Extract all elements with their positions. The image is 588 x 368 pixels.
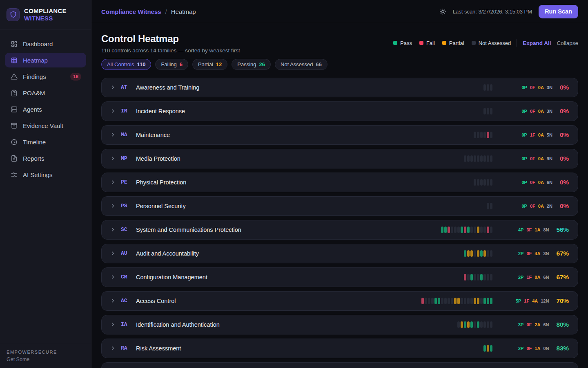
page-header: Control Heatmap 110 controls across 14 f… (101, 33, 578, 54)
chevron-right-icon[interactable] (110, 298, 116, 304)
expand-all-link[interactable]: Expand All (523, 40, 551, 46)
heatmap-cell-not-assessed (483, 155, 486, 162)
family-percent: 83% (556, 345, 569, 352)
family-row-pe[interactable]: PE Physical Protection 0P0F0A6N 0% (101, 173, 578, 192)
family-percent: 80% (556, 321, 569, 328)
brand-name-line2: WITNESS (24, 15, 67, 21)
sidebar-nav: Dashboard Heatmap Findings 18 POA&M Agen… (0, 29, 91, 191)
legend-swatch (393, 41, 397, 45)
chevron-right-icon[interactable] (110, 321, 116, 328)
breadcrumb-root[interactable]: Compliance Witness (101, 8, 161, 15)
collapse-link[interactable]: Collapse (557, 40, 578, 46)
family-stat-zone: 0P0F0A6N 0% (492, 179, 569, 186)
filter-chip-passing[interactable]: Passing 26 (232, 59, 271, 70)
heatmap-cell-not-assessed (467, 274, 470, 280)
topbar: Compliance Witness / Heatmap Last scan: … (91, 0, 588, 23)
heatmap-cell-not-assessed (444, 298, 447, 304)
family-stats: 4P3F1A8N (518, 227, 549, 232)
chevron-right-icon[interactable] (110, 250, 116, 256)
brand-name-line1: COMPLIANCE (24, 8, 67, 14)
chevron-right-icon[interactable] (110, 108, 116, 114)
chevron-right-icon[interactable] (110, 155, 116, 162)
breadcrumb-page: Heatmap (171, 8, 196, 15)
legend-swatch (472, 41, 476, 45)
filter-chip-count: 26 (259, 61, 265, 67)
family-row-right: 0P0F0A6N 0% (474, 179, 569, 186)
family-row-ma[interactable]: MA Maintenance 0P1F0A5N 0% (101, 125, 578, 145)
stat-p: 0P (521, 132, 527, 137)
family-percent: 67% (556, 250, 569, 257)
stat-f: 0F (526, 346, 532, 351)
filter-chip-all-controls[interactable]: All Controls 110 (101, 59, 151, 70)
page-title: Control Heatmap (101, 33, 240, 45)
family-row-ps[interactable]: PS Personnel Security 0P0F0A2N 0% (101, 196, 578, 216)
content: Control Heatmap 110 controls across 14 f… (91, 23, 588, 368)
family-stats: 0P0F0A9N (521, 156, 552, 161)
legend-item: Not Assessed (472, 40, 511, 46)
heatmap-cell-not-assessed (474, 321, 476, 328)
family-row-ia[interactable]: IA Identification and Authentication 3P0… (101, 315, 578, 334)
family-percent: 67% (556, 274, 569, 281)
family-row-ra[interactable]: RA Risk Assessment 2P0F1A0N 83% (101, 339, 578, 358)
family-row-ir[interactable]: IR Incident Response 0P0F0A3N 0% (101, 101, 578, 121)
sidebar-item-label: POA&M (23, 90, 45, 96)
heatmap-cell-fail (487, 227, 489, 233)
run-scan-button[interactable]: Run Scan (539, 5, 578, 18)
filter-chip-count: 6 (180, 61, 183, 67)
sidebar-item-heatmap[interactable]: Heatmap (5, 53, 86, 67)
heatmap-cell-not-assessed (480, 155, 483, 162)
stat-f: 0F (530, 156, 535, 161)
family-row-right: 0P1F0A5N 0% (474, 131, 569, 139)
family-row-au[interactable]: AU Audit and Accountability 2P0F4A3N 67% (101, 244, 578, 263)
sidebar-item-label: Agents (23, 106, 42, 113)
family-row-mp[interactable]: MP Media Protection 0P0F0A9N 0% (101, 149, 578, 168)
chevron-right-icon[interactable] (110, 345, 116, 351)
family-row-sc[interactable]: SC System and Communications Protection … (101, 220, 578, 240)
sidebar-item-reports[interactable]: Reports (5, 151, 86, 166)
heatmap-cell-not-assessed (483, 108, 486, 114)
theme-toggle-button[interactable] (439, 8, 446, 15)
family-name: System and Communications Protection (136, 227, 241, 233)
server-icon (11, 106, 18, 113)
clipboard-icon (11, 90, 18, 96)
heatmap-cell-not-assessed (474, 274, 476, 280)
chevron-right-icon[interactable] (110, 132, 116, 138)
sidebar-item-dashboard[interactable]: Dashboard (5, 36, 86, 51)
legend-label: Pass (400, 40, 412, 46)
family-code: IR (121, 108, 129, 114)
legend-item: Fail (419, 40, 435, 46)
family-row-ac[interactable]: AC Access Control 5P1F4A12N 70% (101, 291, 578, 311)
sidebar-item-poa-m[interactable]: POA&M (5, 85, 86, 100)
filter-chip-failing[interactable]: Failing 6 (155, 59, 188, 70)
heatmap-cell-partial (461, 321, 463, 328)
filter-chip-label: Failing (161, 61, 176, 67)
filter-chips: All Controls 110 Failing 6 Partial 12 Pa… (101, 59, 578, 70)
family-name: Maintenance (136, 132, 170, 138)
sidebar-item-evidence-vault[interactable]: Evidence Vault (5, 118, 86, 133)
filter-chip-label: Passing (237, 61, 256, 67)
stat-a: 0A (538, 109, 544, 114)
family-row-cm[interactable]: CM Configuration Management 2P1F0A6N 67% (101, 267, 578, 287)
sidebar-item-findings[interactable]: Findings 18 (5, 69, 86, 84)
brand: COMPLIANCE WITNESS (0, 0, 91, 29)
family-name: Identification and Authentication (136, 321, 220, 328)
chevron-right-icon[interactable] (110, 84, 116, 90)
heatmap-cells (457, 321, 492, 328)
chevron-right-icon[interactable] (110, 274, 116, 280)
sidebar-item-ai-settings[interactable]: AI Settings (5, 167, 86, 182)
stat-n: 6N (547, 180, 552, 185)
legend: Pass Fail Partial Not Assessed (393, 40, 511, 46)
chevron-right-icon[interactable] (110, 203, 116, 209)
stat-n: 6N (543, 275, 549, 280)
family-row-at[interactable]: AT Awareness and Training 0P0F0A3N 0% (101, 78, 578, 97)
chevron-right-icon[interactable] (110, 179, 116, 185)
chevron-right-icon[interactable] (110, 227, 116, 233)
filter-chip-partial[interactable]: Partial 12 (192, 59, 227, 70)
sidebar-item-timeline[interactable]: Timeline (5, 135, 86, 149)
stat-f: 3F (526, 227, 532, 232)
family-row-partial[interactable] (101, 362, 578, 368)
stat-p: 3P (518, 322, 523, 327)
heatmap-cell-not-assessed (448, 298, 450, 304)
sidebar-item-agents[interactable]: Agents (5, 102, 86, 117)
filter-chip-not-assessed[interactable]: Not Assessed 66 (275, 59, 327, 70)
